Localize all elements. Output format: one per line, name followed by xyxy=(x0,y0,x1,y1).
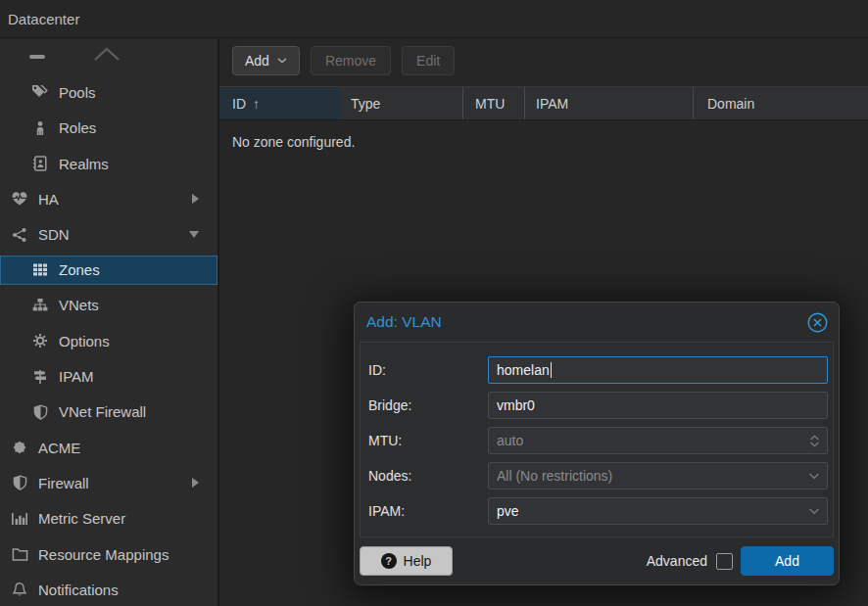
sidebar-item-label: Metric Server xyxy=(38,510,125,527)
field-row-ipam: IPAM: pve xyxy=(368,497,828,525)
close-icon[interactable] xyxy=(806,311,829,334)
heartbeat-icon xyxy=(10,191,29,207)
column-label: IPAM xyxy=(536,96,568,112)
field-row-nodes: Nodes: All (No restrictions) xyxy=(368,462,828,489)
clipped-dash-icon xyxy=(29,55,45,59)
column-header-domain[interactable]: Domain xyxy=(694,87,868,119)
nodes-placeholder: All (No restrictions) xyxy=(497,468,612,484)
ipam-select[interactable]: pve xyxy=(488,497,828,525)
column-label: Domain xyxy=(707,96,754,112)
bridge-input-value: vmbr0 xyxy=(497,397,535,413)
shield-icon xyxy=(10,475,29,490)
sidebar-item-ipam[interactable]: IPAM xyxy=(0,358,217,394)
expand-right-icon[interactable] xyxy=(192,194,199,204)
advanced-label: Advanced xyxy=(647,553,707,569)
field-row-id: ID: homelan xyxy=(368,356,828,384)
add-button-label: Add xyxy=(245,53,269,69)
mtu-field-label: MTU: xyxy=(368,427,488,454)
id-input-value: homelan xyxy=(497,362,550,378)
sort-ascending-icon: ↑ xyxy=(253,96,260,112)
gear-icon xyxy=(30,333,50,349)
sidebar-nav: Pools Roles Realms HA SDN xyxy=(0,39,217,606)
sidebar-item-metric-server[interactable]: Metric Server xyxy=(0,501,217,536)
sidebar-item-ha[interactable]: HA xyxy=(0,181,217,216)
chevron-down-icon[interactable] xyxy=(808,463,820,489)
chevron-down-icon xyxy=(277,58,287,64)
add-vlan-dialog: Add: VLAN ID: homelan Bridge: vmbr0 MTU:… xyxy=(354,302,840,585)
sidebar-item-label: Realms xyxy=(59,156,109,172)
id-field-label: ID: xyxy=(368,356,488,384)
expand-down-icon[interactable] xyxy=(189,231,199,238)
expand-right-icon[interactable] xyxy=(192,478,199,488)
sidebar-item-vnets[interactable]: VNets xyxy=(0,288,217,323)
sidebar-item-sdn[interactable]: SDN xyxy=(0,216,217,252)
dialog-titlebar[interactable]: Add: VLAN xyxy=(355,303,839,342)
sidebar-item-label: Notifications xyxy=(38,582,119,598)
address-book-icon xyxy=(30,156,50,171)
toolbar: Add Remove Edit xyxy=(219,39,868,86)
bar-chart-icon xyxy=(10,511,29,527)
column-label: ID xyxy=(232,96,246,112)
remove-button[interactable]: Remove xyxy=(311,46,391,75)
bell-icon xyxy=(10,582,29,597)
text-cursor xyxy=(551,362,552,378)
bridge-field-label: Bridge: xyxy=(368,392,488,419)
column-header-id[interactable]: ID ↑ xyxy=(219,87,341,119)
sidebar-item-label: VNet Firewall xyxy=(59,403,146,420)
certificate-icon xyxy=(10,440,29,455)
page-title: Datacenter xyxy=(8,11,79,27)
help-button[interactable]: ? Help xyxy=(360,546,453,576)
map-signs-icon xyxy=(30,369,50,385)
mtu-placeholder: auto xyxy=(497,433,523,448)
column-header-type[interactable]: Type xyxy=(341,87,463,119)
add-button[interactable]: Add xyxy=(232,46,300,75)
help-button-label: Help xyxy=(404,553,432,569)
column-header-ipam[interactable]: IPAM xyxy=(525,87,694,119)
spinner-up-down-icon[interactable] xyxy=(809,428,820,453)
dialog-footer: ? Help Advanced Add xyxy=(355,537,839,584)
sidebar-item-clipped[interactable] xyxy=(0,39,217,74)
sidebar-item-label: Firewall xyxy=(38,475,89,491)
sidebar: Pools Roles Realms HA SDN xyxy=(0,39,217,606)
sidebar-item-resource-mappings[interactable]: Resource Mappings xyxy=(0,536,217,572)
sidebar-item-firewall[interactable]: Firewall xyxy=(0,465,217,500)
network-icon xyxy=(10,227,29,243)
sidebar-item-acme[interactable]: ACME xyxy=(0,430,217,465)
sidebar-item-label: SDN xyxy=(38,226,70,243)
advanced-checkbox[interactable] xyxy=(716,553,733,570)
sidebar-item-label: VNets xyxy=(59,297,99,313)
sidebar-item-pools[interactable]: Pools xyxy=(0,74,217,110)
sidebar-item-realms[interactable]: Realms xyxy=(0,146,217,181)
sidebar-item-label: HA xyxy=(38,191,59,208)
ipam-field-label: IPAM: xyxy=(368,497,488,525)
user-icon xyxy=(30,120,50,136)
ipam-select-value: pve xyxy=(497,503,519,519)
sitemap-icon xyxy=(30,298,50,312)
edit-button[interactable]: Edit xyxy=(402,46,455,75)
sidebar-item-roles[interactable]: Roles xyxy=(0,111,217,146)
sidebar-item-label: IPAM xyxy=(59,368,94,385)
id-input[interactable]: homelan xyxy=(488,356,828,384)
sidebar-item-vnet-firewall[interactable]: VNet Firewall xyxy=(0,395,217,430)
sidebar-item-label: Options xyxy=(59,333,110,350)
sidebar-item-notifications[interactable]: Notifications xyxy=(0,572,217,606)
dialog-add-button[interactable]: Add xyxy=(741,546,834,576)
chevron-down-icon[interactable] xyxy=(808,498,820,524)
grid-icon xyxy=(30,262,50,277)
bridge-input[interactable]: vmbr0 xyxy=(488,392,828,419)
sidebar-item-label: Roles xyxy=(59,119,96,136)
sidebar-item-zones[interactable]: Zones xyxy=(0,256,217,285)
shield-icon xyxy=(30,404,50,420)
remove-button-label: Remove xyxy=(325,53,376,69)
mtu-spinner[interactable]: auto xyxy=(488,427,828,454)
top-header-bar: Datacenter xyxy=(0,0,868,38)
edit-button-label: Edit xyxy=(416,53,440,69)
field-row-bridge: Bridge: vmbr0 xyxy=(368,392,828,419)
nodes-select[interactable]: All (No restrictions) xyxy=(488,462,828,489)
nodes-field-label: Nodes: xyxy=(368,462,488,489)
sidebar-item-label: Zones xyxy=(59,261,100,278)
column-header-mtu[interactable]: MTU xyxy=(463,87,525,119)
sidebar-item-label: Resource Mappings xyxy=(38,546,169,563)
sidebar-item-options[interactable]: Options xyxy=(0,323,217,358)
sidebar-item-label: ACME xyxy=(38,440,80,456)
